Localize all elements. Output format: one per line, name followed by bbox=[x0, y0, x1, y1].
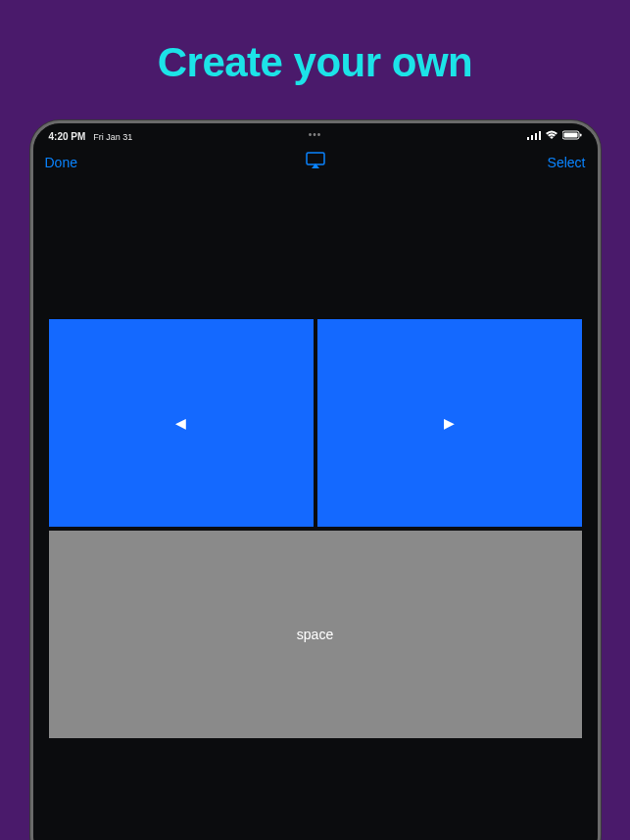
svg-rect-1 bbox=[531, 135, 533, 140]
triangle-left-icon: ◀ bbox=[175, 415, 186, 431]
select-button[interactable]: Select bbox=[548, 155, 586, 170]
status-time: 4:20 PM bbox=[49, 131, 86, 142]
airplay-icon[interactable] bbox=[306, 152, 325, 173]
multitask-menu-icon[interactable]: ••• bbox=[309, 129, 322, 140]
svg-rect-6 bbox=[580, 134, 582, 137]
ipad-device-frame: 4:20 PM Fri Jan 31 ••• Done Sele bbox=[30, 120, 601, 840]
status-right bbox=[527, 130, 582, 142]
space-button[interactable]: space bbox=[49, 531, 582, 738]
wifi-icon bbox=[545, 130, 558, 142]
space-label: space bbox=[297, 627, 333, 642]
content-area: ◀ ▶ space bbox=[33, 182, 598, 840]
svg-rect-2 bbox=[535, 133, 537, 140]
status-left: 4:20 PM Fri Jan 31 bbox=[49, 131, 133, 142]
battery-icon bbox=[562, 130, 582, 142]
status-date: Fri Jan 31 bbox=[93, 132, 132, 142]
svg-rect-5 bbox=[563, 133, 577, 138]
previous-button[interactable]: ◀ bbox=[49, 319, 314, 527]
layout-grid: ◀ ▶ space bbox=[49, 319, 582, 738]
done-button[interactable]: Done bbox=[45, 155, 77, 170]
triangle-right-icon: ▶ bbox=[444, 415, 455, 431]
next-button[interactable]: ▶ bbox=[317, 319, 582, 527]
status-bar: 4:20 PM Fri Jan 31 ••• bbox=[33, 123, 598, 143]
svg-rect-0 bbox=[527, 137, 529, 140]
top-row: ◀ ▶ bbox=[49, 319, 582, 527]
marketing-title: Create your own bbox=[0, 0, 630, 120]
cellular-signal-icon bbox=[527, 130, 541, 142]
ipad-screen: 4:20 PM Fri Jan 31 ••• Done Sele bbox=[33, 123, 598, 840]
svg-rect-7 bbox=[307, 153, 324, 164]
svg-rect-3 bbox=[539, 131, 541, 140]
nav-bar: Done Select bbox=[33, 143, 598, 182]
